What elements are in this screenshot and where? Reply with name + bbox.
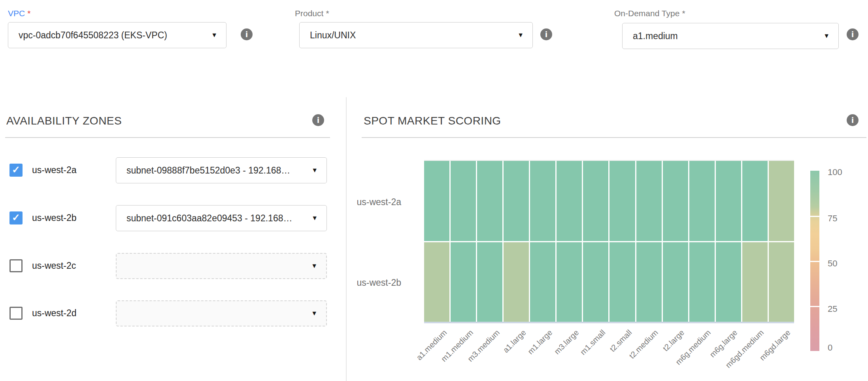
chevron-down-icon: ▼ (517, 32, 524, 39)
az-checkbox-us-west-2b[interactable]: ✓ (9, 211, 23, 224)
az-checkbox-us-west-2a[interactable]: ✓ (9, 164, 23, 177)
y-axis-label-us-west-2b: us-west-2b (340, 277, 401, 288)
heatmap-cell-us-west-2a-m6gd.large (769, 161, 794, 241)
heatmap-cell-us-west-2a-m6g.large (716, 161, 741, 241)
colorbar-label-0: 0 (828, 343, 832, 353)
colorbar-tick (810, 261, 819, 262)
chevron-down-icon: ▼ (311, 167, 318, 174)
az-zone-label: us-west-2a (32, 165, 76, 175)
az-row-us-west-2a: ✓ us-west-2a subnet-09888f7be5152d0e3 - … (0, 157, 346, 184)
az-row-us-west-2c: ✓ us-west-2c ▼ (0, 253, 346, 279)
heatmap-cell-us-west-2a-t2.small (609, 161, 635, 241)
colorbar-label-50: 50 (828, 258, 837, 269)
checkmark-icon: ✓ (12, 164, 20, 175)
az-subnet-select-us-west-2d[interactable]: ▼ (116, 300, 327, 326)
x-axis-label-m1.small: m1.small (578, 328, 607, 357)
heatmap-cell-us-west-2b-m3.large (557, 242, 582, 323)
heatmap-cell-us-west-2a-m1.medium (451, 161, 476, 241)
availability-zones-info-icon[interactable]: i (312, 114, 324, 126)
heatmap-cell-us-west-2a-t2.large (663, 161, 688, 241)
required-asterisk: * (27, 9, 30, 18)
colorbar-label-75: 75 (828, 213, 837, 224)
chevron-down-icon: ▼ (311, 215, 318, 222)
az-checkbox-us-west-2c[interactable]: ✓ (9, 259, 23, 272)
spot-market-scoring-title: SPOT MARKET SCORING (364, 115, 501, 127)
vpc-select[interactable]: vpc-0adcb70f645508223 (EKS-VPC) ▼ (8, 22, 226, 48)
availability-zones-title: AVAILABILITY ZONES (6, 115, 122, 127)
heatmap-cell-us-west-2b-t2.small (609, 242, 635, 323)
x-axis-label-t2.small: t2.small (608, 328, 634, 354)
availability-zones-divider (5, 137, 330, 138)
colorbar-label-100: 100 (828, 167, 842, 177)
vpc-select-value: vpc-0adcb70f645508223 (EKS-VPC) (8, 30, 167, 41)
colorbar-label-25: 25 (828, 304, 837, 314)
heatmap (424, 161, 794, 323)
az-row-us-west-2d: ✓ us-west-2d ▼ (0, 300, 346, 327)
az-zone-label: us-west-2b (32, 213, 76, 223)
heatmap-cell-us-west-2a-m6g.medium (689, 161, 715, 241)
required-asterisk: * (326, 9, 329, 18)
heatmap-cell-us-west-2a-m6gd.medium (742, 161, 768, 241)
product-select[interactable]: Linux/UNIX ▼ (299, 22, 533, 48)
heatmap-cell-us-west-2b-m3.medium (477, 242, 502, 323)
az-subnet-select-us-west-2b[interactable]: subnet-091c603aa82e09453 - 192.168… ▼ (116, 205, 327, 231)
on-demand-type-label: On-Demand Type* (614, 9, 685, 18)
heatmap-cell-us-west-2b-m6gd.medium (742, 242, 768, 323)
heatmap-cell-us-west-2b-t2.large (663, 242, 688, 323)
az-checkbox-us-west-2d[interactable]: ✓ (9, 307, 23, 320)
vpc-info-icon[interactable]: i (241, 28, 253, 40)
heatmap-cell-us-west-2b-m1.large (530, 242, 555, 323)
heatmap-cell-us-west-2a-a1.medium (424, 161, 449, 241)
subnet-value: subnet-091c603aa82e09453 - 192.168… (116, 213, 292, 224)
heatmap-cell-us-west-2b-m6gd.large (769, 242, 794, 323)
spot-market-scoring-divider (362, 137, 866, 138)
chevron-down-icon: ▼ (311, 310, 317, 317)
product-label-text: Product (295, 9, 323, 18)
heatmap-cell-us-west-2a-m1.small (583, 161, 608, 241)
heatmap-cell-us-west-2b-a1.large (504, 242, 529, 323)
page: VPC* vpc-0adcb70f645508223 (EKS-VPC) ▼ i… (0, 0, 868, 381)
spot-market-scoring-info-icon[interactable]: i (847, 114, 859, 126)
chevron-down-icon: ▼ (311, 262, 317, 270)
on-demand-type-select-value: a1.medium (623, 31, 678, 41)
heatmap-cell-us-west-2b-m1.medium (451, 242, 476, 323)
x-axis-label-a1.large: a1.large (501, 328, 528, 355)
heatmap-cell-us-west-2a-m3.large (557, 161, 582, 241)
heatmap-cell-us-west-2b-m1.small (583, 242, 608, 323)
required-asterisk: * (682, 9, 685, 18)
heatmap-cell-us-west-2b-t2.medium (636, 242, 662, 323)
section-vertical-divider (346, 97, 347, 381)
checkmark-icon: ✓ (12, 212, 20, 223)
vpc-label-text: VPC (8, 9, 25, 18)
x-axis-label-t2.large: t2.large (661, 328, 686, 353)
heatmap-cell-us-west-2b-a1.medium (424, 242, 449, 323)
az-subnet-select-us-west-2c[interactable]: ▼ (116, 253, 327, 279)
heatmap-cell-us-west-2a-t2.medium (636, 161, 662, 241)
subnet-value: subnet-09888f7be5152d0e3 - 192.168… (116, 165, 290, 176)
chevron-down-icon: ▼ (823, 32, 830, 40)
colorbar-tick (810, 216, 819, 217)
az-subnet-select-us-west-2a[interactable]: subnet-09888f7be5152d0e3 - 192.168… ▼ (116, 157, 327, 183)
heatmap-cell-us-west-2b-m6g.medium (689, 242, 715, 323)
vpc-label: VPC* (8, 9, 30, 18)
heatmap-cell-us-west-2b-m6g.large (716, 242, 741, 323)
product-info-icon[interactable]: i (540, 28, 552, 40)
on-demand-type-select[interactable]: a1.medium ▼ (622, 23, 839, 49)
product-label: Product* (295, 9, 329, 18)
az-row-us-west-2b: ✓ us-west-2b subnet-091c603aa82e09453 - … (0, 205, 346, 232)
heatmap-cell-us-west-2a-a1.large (504, 161, 529, 241)
on-demand-type-info-icon[interactable]: i (847, 28, 859, 40)
az-zone-label: us-west-2c (32, 260, 76, 271)
y-axis-label-us-west-2a: us-west-2a (340, 197, 401, 207)
on-demand-type-label-text: On-Demand Type (614, 9, 679, 18)
colorbar-tick (810, 306, 819, 307)
heatmap-axis-line (424, 322, 794, 323)
x-axis-label-m3.large: m3.large (553, 328, 581, 356)
heatmap-cell-us-west-2a-m1.large (530, 161, 555, 241)
product-select-value: Linux/UNIX (300, 30, 356, 41)
heatmap-cell-us-west-2a-m3.medium (477, 161, 502, 241)
az-zone-label: us-west-2d (32, 308, 76, 319)
x-axis-label-m1.large: m1.large (526, 328, 554, 356)
chevron-down-icon: ▼ (211, 32, 217, 39)
